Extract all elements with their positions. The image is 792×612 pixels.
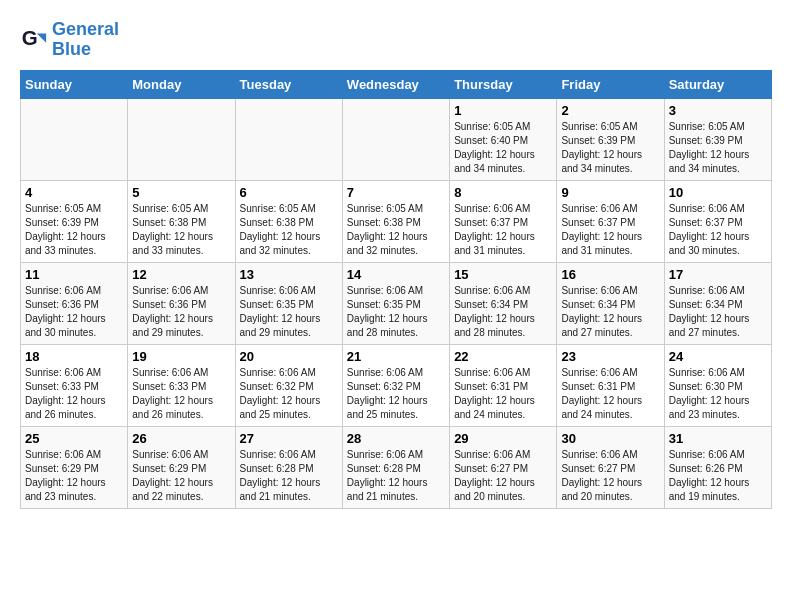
calendar-cell: 3Sunrise: 6:05 AM Sunset: 6:39 PM Daylig… [664, 98, 771, 180]
day-info: Sunrise: 6:06 AM Sunset: 6:34 PM Dayligh… [669, 284, 767, 340]
calendar-cell: 8Sunrise: 6:06 AM Sunset: 6:37 PM Daylig… [450, 180, 557, 262]
day-number: 23 [561, 349, 659, 364]
day-info: Sunrise: 6:06 AM Sunset: 6:27 PM Dayligh… [454, 448, 552, 504]
day-number: 19 [132, 349, 230, 364]
calendar-cell: 26Sunrise: 6:06 AM Sunset: 6:29 PM Dayli… [128, 426, 235, 508]
calendar-cell: 10Sunrise: 6:06 AM Sunset: 6:37 PM Dayli… [664, 180, 771, 262]
day-info: Sunrise: 6:06 AM Sunset: 6:36 PM Dayligh… [132, 284, 230, 340]
calendar-cell: 5Sunrise: 6:05 AM Sunset: 6:38 PM Daylig… [128, 180, 235, 262]
calendar-cell: 19Sunrise: 6:06 AM Sunset: 6:33 PM Dayli… [128, 344, 235, 426]
day-number: 16 [561, 267, 659, 282]
calendar-cell: 17Sunrise: 6:06 AM Sunset: 6:34 PM Dayli… [664, 262, 771, 344]
day-info: Sunrise: 6:06 AM Sunset: 6:34 PM Dayligh… [454, 284, 552, 340]
day-info: Sunrise: 6:05 AM Sunset: 6:39 PM Dayligh… [669, 120, 767, 176]
day-info: Sunrise: 6:06 AM Sunset: 6:32 PM Dayligh… [347, 366, 445, 422]
day-number: 1 [454, 103, 552, 118]
day-number: 2 [561, 103, 659, 118]
day-number: 24 [669, 349, 767, 364]
day-info: Sunrise: 6:06 AM Sunset: 6:31 PM Dayligh… [454, 366, 552, 422]
calendar-cell: 28Sunrise: 6:06 AM Sunset: 6:28 PM Dayli… [342, 426, 449, 508]
calendar-cell: 11Sunrise: 6:06 AM Sunset: 6:36 PM Dayli… [21, 262, 128, 344]
day-info: Sunrise: 6:06 AM Sunset: 6:28 PM Dayligh… [240, 448, 338, 504]
day-info: Sunrise: 6:06 AM Sunset: 6:29 PM Dayligh… [25, 448, 123, 504]
day-number: 20 [240, 349, 338, 364]
calendar-cell: 31Sunrise: 6:06 AM Sunset: 6:26 PM Dayli… [664, 426, 771, 508]
logo: G General Blue [20, 20, 119, 60]
svg-text:G: G [22, 26, 38, 49]
day-number: 3 [669, 103, 767, 118]
day-number: 31 [669, 431, 767, 446]
day-info: Sunrise: 6:06 AM Sunset: 6:28 PM Dayligh… [347, 448, 445, 504]
day-info: Sunrise: 6:06 AM Sunset: 6:35 PM Dayligh… [240, 284, 338, 340]
day-number: 12 [132, 267, 230, 282]
day-number: 27 [240, 431, 338, 446]
day-number: 17 [669, 267, 767, 282]
day-number: 22 [454, 349, 552, 364]
calendar-cell: 18Sunrise: 6:06 AM Sunset: 6:33 PM Dayli… [21, 344, 128, 426]
day-number: 7 [347, 185, 445, 200]
day-number: 21 [347, 349, 445, 364]
day-number: 11 [25, 267, 123, 282]
day-info: Sunrise: 6:05 AM Sunset: 6:39 PM Dayligh… [561, 120, 659, 176]
day-number: 8 [454, 185, 552, 200]
day-info: Sunrise: 6:06 AM Sunset: 6:37 PM Dayligh… [669, 202, 767, 258]
day-info: Sunrise: 6:06 AM Sunset: 6:33 PM Dayligh… [132, 366, 230, 422]
calendar-cell: 21Sunrise: 6:06 AM Sunset: 6:32 PM Dayli… [342, 344, 449, 426]
day-number: 29 [454, 431, 552, 446]
day-number: 14 [347, 267, 445, 282]
calendar-cell: 23Sunrise: 6:06 AM Sunset: 6:31 PM Dayli… [557, 344, 664, 426]
calendar-cell: 15Sunrise: 6:06 AM Sunset: 6:34 PM Dayli… [450, 262, 557, 344]
day-number: 9 [561, 185, 659, 200]
day-info: Sunrise: 6:06 AM Sunset: 6:32 PM Dayligh… [240, 366, 338, 422]
calendar-cell: 14Sunrise: 6:06 AM Sunset: 6:35 PM Dayli… [342, 262, 449, 344]
logo-icon: G [20, 26, 48, 54]
day-number: 26 [132, 431, 230, 446]
day-header-wednesday: Wednesday [342, 70, 449, 98]
calendar-cell [235, 98, 342, 180]
day-info: Sunrise: 6:05 AM Sunset: 6:39 PM Dayligh… [25, 202, 123, 258]
day-header-tuesday: Tuesday [235, 70, 342, 98]
day-number: 30 [561, 431, 659, 446]
page-header: G General Blue [20, 20, 772, 60]
day-info: Sunrise: 6:06 AM Sunset: 6:30 PM Dayligh… [669, 366, 767, 422]
day-info: Sunrise: 6:06 AM Sunset: 6:37 PM Dayligh… [454, 202, 552, 258]
calendar-cell: 12Sunrise: 6:06 AM Sunset: 6:36 PM Dayli… [128, 262, 235, 344]
svg-marker-1 [37, 33, 46, 42]
calendar-cell [342, 98, 449, 180]
calendar-cell: 13Sunrise: 6:06 AM Sunset: 6:35 PM Dayli… [235, 262, 342, 344]
day-info: Sunrise: 6:06 AM Sunset: 6:29 PM Dayligh… [132, 448, 230, 504]
day-info: Sunrise: 6:06 AM Sunset: 6:33 PM Dayligh… [25, 366, 123, 422]
day-number: 6 [240, 185, 338, 200]
calendar-cell: 9Sunrise: 6:06 AM Sunset: 6:37 PM Daylig… [557, 180, 664, 262]
day-info: Sunrise: 6:06 AM Sunset: 6:35 PM Dayligh… [347, 284, 445, 340]
day-number: 13 [240, 267, 338, 282]
day-header-saturday: Saturday [664, 70, 771, 98]
day-header-monday: Monday [128, 70, 235, 98]
day-info: Sunrise: 6:06 AM Sunset: 6:31 PM Dayligh… [561, 366, 659, 422]
day-info: Sunrise: 6:06 AM Sunset: 6:34 PM Dayligh… [561, 284, 659, 340]
logo-text: General Blue [52, 20, 119, 60]
calendar-cell: 2Sunrise: 6:05 AM Sunset: 6:39 PM Daylig… [557, 98, 664, 180]
day-number: 15 [454, 267, 552, 282]
calendar-cell: 16Sunrise: 6:06 AM Sunset: 6:34 PM Dayli… [557, 262, 664, 344]
calendar-cell: 25Sunrise: 6:06 AM Sunset: 6:29 PM Dayli… [21, 426, 128, 508]
calendar-cell: 7Sunrise: 6:05 AM Sunset: 6:38 PM Daylig… [342, 180, 449, 262]
calendar-cell [21, 98, 128, 180]
calendar-cell: 20Sunrise: 6:06 AM Sunset: 6:32 PM Dayli… [235, 344, 342, 426]
calendar-cell: 1Sunrise: 6:05 AM Sunset: 6:40 PM Daylig… [450, 98, 557, 180]
day-info: Sunrise: 6:05 AM Sunset: 6:40 PM Dayligh… [454, 120, 552, 176]
calendar-cell: 22Sunrise: 6:06 AM Sunset: 6:31 PM Dayli… [450, 344, 557, 426]
day-number: 25 [25, 431, 123, 446]
day-info: Sunrise: 6:06 AM Sunset: 6:36 PM Dayligh… [25, 284, 123, 340]
day-info: Sunrise: 6:05 AM Sunset: 6:38 PM Dayligh… [240, 202, 338, 258]
day-number: 28 [347, 431, 445, 446]
day-number: 5 [132, 185, 230, 200]
day-header-thursday: Thursday [450, 70, 557, 98]
day-info: Sunrise: 6:06 AM Sunset: 6:27 PM Dayligh… [561, 448, 659, 504]
day-number: 4 [25, 185, 123, 200]
day-header-sunday: Sunday [21, 70, 128, 98]
calendar-cell: 30Sunrise: 6:06 AM Sunset: 6:27 PM Dayli… [557, 426, 664, 508]
calendar-cell: 29Sunrise: 6:06 AM Sunset: 6:27 PM Dayli… [450, 426, 557, 508]
calendar-cell: 24Sunrise: 6:06 AM Sunset: 6:30 PM Dayli… [664, 344, 771, 426]
calendar-cell: 27Sunrise: 6:06 AM Sunset: 6:28 PM Dayli… [235, 426, 342, 508]
